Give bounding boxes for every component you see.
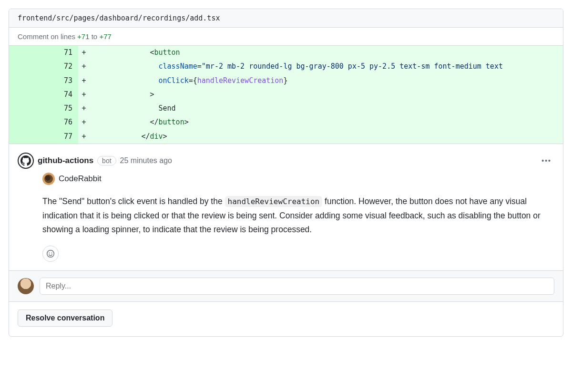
code-content: Send	[90, 102, 563, 115]
line-number: 71	[9, 46, 78, 60]
code-content: </button>	[90, 115, 563, 129]
github-avatar-icon[interactable]	[18, 153, 34, 169]
diff-marker: +	[78, 88, 90, 102]
comment-app-header: CodeRabbit	[42, 173, 554, 185]
code-content: <button	[90, 46, 563, 60]
comment-author[interactable]: github-actions	[38, 156, 93, 165]
comment-body-code: handleReviewCreation	[225, 196, 323, 207]
smiley-icon	[46, 249, 55, 258]
line-range-to-word: to	[90, 32, 100, 41]
diff-marker: +	[78, 115, 90, 129]
code-line: 73+ onClick={handleReviewCreation}	[9, 74, 563, 88]
kebab-menu-icon[interactable]: •••	[539, 157, 554, 165]
reaction-row	[42, 246, 554, 262]
comment-app-name: CodeRabbit	[59, 174, 102, 184]
line-range-prefix: Comment on lines	[18, 32, 77, 41]
resolve-conversation-button[interactable]: Resolve conversation	[18, 309, 112, 327]
diff-code-block: 71+ <button72+ className="mr-2 mb-2 roun…	[9, 46, 563, 144]
code-line: 75+ Send	[9, 102, 563, 115]
comment-timestamp[interactable]: 25 minutes ago	[120, 156, 172, 165]
diff-marker: +	[78, 130, 90, 144]
review-thread: frontend/src/pages/dashboard/recordings/…	[9, 9, 563, 337]
line-number: 72	[9, 60, 78, 73]
current-user-avatar-icon[interactable]	[18, 278, 34, 294]
line-range-from: +71	[77, 32, 89, 41]
file-path-header[interactable]: frontend/src/pages/dashboard/recordings/…	[9, 9, 563, 28]
line-range-to: +77	[99, 32, 111, 41]
line-number: 75	[9, 102, 78, 115]
comment-header: github-actions bot 25 minutes ago •••	[18, 153, 554, 169]
code-content: className="mr-2 mb-2 rounded-lg bg-gray-…	[90, 60, 563, 73]
svg-point-2	[51, 252, 52, 253]
thread-footer: Resolve conversation	[9, 302, 563, 336]
svg-point-0	[47, 250, 54, 258]
comment-body: The "Send" button's click event is handl…	[42, 195, 554, 237]
code-line: 77+ </div>	[9, 130, 563, 144]
code-line: 76+ </button>	[9, 115, 563, 129]
bot-badge: bot	[97, 156, 116, 165]
line-number: 77	[9, 130, 78, 144]
line-number: 76	[9, 115, 78, 129]
diff-marker: +	[78, 60, 90, 73]
diff-marker: +	[78, 46, 90, 60]
line-number: 73	[9, 74, 78, 88]
coderabbit-avatar-icon	[42, 173, 55, 185]
code-content: >	[90, 88, 563, 102]
diff-marker: +	[78, 102, 90, 115]
code-line: 74+ >	[9, 88, 563, 102]
comment-body-pre: The "Send" button's click event is handl…	[42, 196, 225, 206]
add-reaction-button[interactable]	[42, 246, 59, 262]
diff-marker: +	[78, 74, 90, 88]
code-content: onClick={handleReviewCreation}	[90, 74, 563, 88]
code-line: 71+ <button	[9, 46, 563, 60]
svg-point-1	[49, 252, 50, 253]
reply-bar	[9, 270, 563, 302]
line-number: 74	[9, 88, 78, 102]
reply-input[interactable]	[40, 278, 554, 295]
comment: github-actions bot 25 minutes ago ••• Co…	[9, 144, 563, 270]
code-content: </div>	[90, 130, 563, 144]
line-range-label: Comment on lines +71 to +77	[9, 28, 563, 46]
code-line: 72+ className="mr-2 mb-2 rounded-lg bg-g…	[9, 60, 563, 73]
